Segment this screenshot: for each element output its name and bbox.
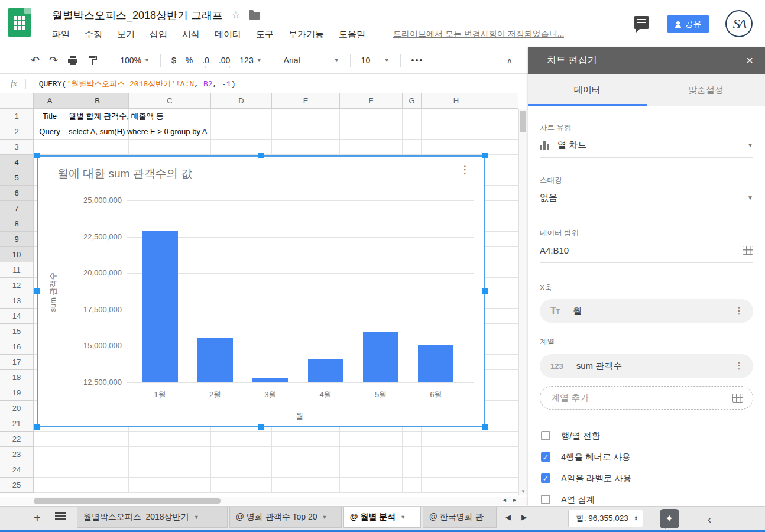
- grid-cell[interactable]: [491, 262, 518, 278]
- grid-cell-F22[interactable]: [340, 432, 403, 447]
- grid-cell-G22[interactable]: [403, 432, 422, 447]
- grid-cell-E2[interactable]: [272, 124, 340, 140]
- row-header-23[interactable]: 23: [0, 447, 34, 462]
- row-header-18[interactable]: 18: [0, 370, 34, 385]
- add-sheet-button[interactable]: +: [34, 511, 41, 525]
- grid-cell-F25[interactable]: [340, 478, 403, 493]
- grid-cell-A2[interactable]: Query: [34, 124, 66, 140]
- grid-cell-F3[interactable]: [340, 140, 403, 155]
- grid-cell[interactable]: [491, 186, 518, 201]
- chart-bar-4월[interactable]: [308, 359, 343, 382]
- grid-cell-E1[interactable]: [272, 109, 340, 124]
- row-header-17[interactable]: 17: [0, 355, 34, 370]
- row-header-5[interactable]: 5: [0, 170, 34, 186]
- grid-cell-G1[interactable]: [403, 109, 422, 124]
- tab-data[interactable]: 데이터: [528, 74, 647, 106]
- font-size-select[interactable]: 10▼: [356, 51, 394, 69]
- row-header-10[interactable]: 10: [0, 247, 34, 262]
- grid-cell-E25[interactable]: [272, 478, 340, 493]
- chart-resize-handle[interactable]: [258, 153, 264, 158]
- grid-cell-A25[interactable]: [34, 478, 66, 493]
- grid-cell-B23[interactable]: [66, 447, 129, 462]
- row-header-7[interactable]: 7: [0, 201, 34, 216]
- x-axis-chip[interactable]: TT 월 ⋮: [540, 299, 753, 323]
- folder-icon[interactable]: [249, 12, 260, 20]
- horizontal-scrollbar[interactable]: ◂ ▸: [0, 497, 528, 505]
- more-options-icon[interactable]: ⋮: [734, 363, 744, 369]
- tab-customize[interactable]: 맞춤설정: [647, 74, 765, 106]
- grid-cell[interactable]: [491, 201, 518, 216]
- menu-item[interactable]: 데이터: [215, 29, 241, 40]
- chart-bar-5월[interactable]: [363, 332, 398, 382]
- row-header-4[interactable]: 4: [0, 155, 34, 170]
- grid-cell-H3[interactable]: [422, 140, 491, 155]
- column-header-B[interactable]: B: [66, 93, 129, 109]
- grid-cell-E3[interactable]: [272, 140, 340, 155]
- grid-cell-A1[interactable]: Title: [34, 109, 66, 124]
- stacking-select[interactable]: 없음 ▼: [540, 186, 753, 210]
- menu-item[interactable]: 서식: [182, 29, 200, 40]
- sheet-tab-4[interactable]: @ 한국영화 관: [423, 507, 497, 528]
- checkbox-unchecked[interactable]: [541, 431, 550, 440]
- undo-button[interactable]: ↶: [26, 51, 44, 69]
- grid-cell-D2[interactable]: [211, 124, 272, 140]
- chart-resize-handle[interactable]: [258, 424, 264, 430]
- grid-cell[interactable]: [491, 370, 518, 385]
- grid-cell[interactable]: [491, 109, 518, 124]
- grid-cell-D25[interactable]: [211, 478, 272, 493]
- grid-cell[interactable]: [491, 385, 518, 401]
- chart-resize-handle[interactable]: [34, 424, 40, 430]
- chart-bar-6월[interactable]: [418, 345, 453, 382]
- font-family-select[interactable]: Arial▼: [279, 51, 344, 69]
- avatar[interactable]: SA: [725, 10, 753, 37]
- close-icon[interactable]: ×: [746, 54, 753, 67]
- grid-cell-F1[interactable]: [340, 109, 403, 124]
- share-button[interactable]: 공유: [667, 15, 709, 33]
- grid-cell[interactable]: [491, 155, 518, 170]
- grid-cell-C25[interactable]: [129, 478, 211, 493]
- grid-cell-C22[interactable]: [129, 432, 211, 447]
- grid-cell-F2[interactable]: [340, 124, 403, 140]
- print-button[interactable]: [63, 51, 83, 69]
- column-header-partial[interactable]: [491, 93, 518, 109]
- grid-cell-E22[interactable]: [272, 432, 340, 447]
- increase-decimal-button[interactable]: .00→: [214, 51, 235, 69]
- sheets-logo-icon[interactable]: [8, 8, 31, 37]
- grid-cell-A22[interactable]: [34, 432, 66, 447]
- row-header-6[interactable]: 6: [0, 186, 34, 201]
- row-header-14[interactable]: 14: [0, 309, 34, 324]
- row-header-19[interactable]: 19: [0, 385, 34, 401]
- grid-cell-H1[interactable]: [422, 109, 491, 124]
- menu-item[interactable]: 수정: [85, 29, 102, 40]
- redo-button[interactable]: ↷: [44, 51, 63, 69]
- grid-cell-B2[interactable]: select A, sum(H) where E > 0 group by A: [66, 124, 129, 140]
- data-range-input[interactable]: A4:B10: [540, 238, 753, 263]
- sum-status-box[interactable]: 합: 96,355,023 ▲▼: [568, 510, 643, 527]
- chevron-down-icon[interactable]: ▼: [194, 514, 199, 520]
- grid-cell[interactable]: [491, 355, 518, 370]
- grid-cell[interactable]: [491, 140, 518, 155]
- grid-cell[interactable]: [491, 462, 518, 478]
- grid-cell-C24[interactable]: [129, 462, 211, 478]
- column-header-C[interactable]: C: [129, 93, 211, 109]
- menu-item[interactable]: 부가기능: [289, 29, 324, 40]
- grid-cell-H22[interactable]: [422, 432, 491, 447]
- menu-item[interactable]: 파일: [52, 29, 70, 40]
- checkbox-checked[interactable]: ✓: [541, 452, 550, 462]
- grid-cell-F24[interactable]: [340, 462, 403, 478]
- collapse-panel-icon[interactable]: ‹: [708, 512, 712, 526]
- sheet-tab-2[interactable]: @ 영화 관객수 Top 20▼: [229, 507, 342, 528]
- grid-cell[interactable]: [491, 401, 518, 416]
- grid-cell-C23[interactable]: [129, 447, 211, 462]
- grid-cell-D1[interactable]: [211, 109, 272, 124]
- more-toolbar-button[interactable]: •••: [407, 51, 429, 69]
- row-header-1[interactable]: 1: [0, 109, 34, 124]
- chart-resize-handle[interactable]: [34, 288, 40, 294]
- chevron-down-icon[interactable]: ▼: [322, 514, 328, 520]
- chart-resize-handle[interactable]: [482, 424, 488, 430]
- add-series-input[interactable]: 계열 추가: [540, 386, 753, 410]
- chart-resize-handle[interactable]: [482, 153, 488, 158]
- row-header-15[interactable]: 15: [0, 324, 34, 339]
- formula-input[interactable]: =QUERY('월별박스오피스_2018상반기'!A:N, B2, -1): [34, 79, 236, 89]
- save-status-link[interactable]: 드라이브에서 모든 변경사항이 저장되었습니...: [393, 29, 564, 40]
